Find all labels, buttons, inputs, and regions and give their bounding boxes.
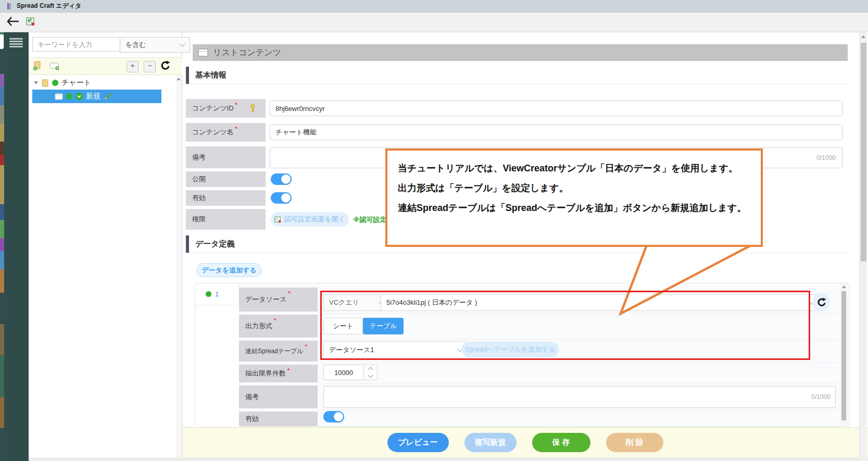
menu-icon[interactable] (9, 38, 23, 48)
section-title: データ定義 (195, 239, 235, 249)
remarks-label-cell: 備考 (186, 146, 266, 168)
required-mark: * (235, 102, 237, 108)
content-name-input[interactable] (270, 124, 842, 140)
stepper-down-icon[interactable] (368, 373, 373, 378)
preview-button[interactable]: プレビュー (387, 433, 449, 452)
datasource-type-select[interactable]: VCクエリ (323, 294, 389, 311)
output-format-label-cell: 出力形式* (239, 315, 318, 338)
limit-input[interactable] (323, 365, 364, 380)
pencil-icon (104, 92, 112, 101)
field-label: コンテンツID (192, 104, 234, 113)
scrollbar-thumb[interactable] (861, 43, 866, 261)
add-spread-table-button[interactable]: Spreadへテーブルを追加する (462, 342, 559, 357)
page-header: リストコンテンツ (193, 44, 848, 61)
callout-line: 当チュートリアルでは、ViewCreatorサンプル「日本のデータ」を使用します… (398, 158, 750, 178)
field-label: 備考 (192, 153, 206, 162)
field-label: 公開 (192, 175, 206, 184)
field-label: 出力形式 (245, 321, 272, 331)
action-bar: プレビュー 複写新規 保 存 削 除 (182, 427, 868, 457)
datasource-type-value: VCクエリ (329, 298, 359, 307)
spread-table-label-cell: 連結Spreadテーブル* (239, 341, 318, 362)
expand-all-button[interactable]: + (127, 61, 139, 72)
limit-label-cell: 抽出限界件数* (239, 365, 318, 382)
match-filter-value: を含む (125, 40, 146, 49)
refresh-icon (816, 297, 826, 307)
data-remarks-textarea[interactable] (323, 386, 836, 408)
panel-scrollbar[interactable] (840, 284, 847, 427)
required-mark: * (287, 367, 290, 373)
search-input[interactable] (32, 37, 120, 52)
datasource-refresh-button[interactable] (812, 293, 830, 311)
required-mark: * (305, 343, 307, 350)
delete-button[interactable]: 削 除 (606, 433, 663, 452)
spread-craft-editor-window: Spread Craft エディタ を含む + − チャート (0, 0, 868, 461)
scroll-up-icon[interactable] (842, 285, 846, 288)
title-bar: Spread Craft エディタ (0, 0, 868, 13)
caret-down-icon[interactable] (34, 81, 38, 84)
arrow-circle-icon (76, 93, 83, 100)
folder-icon (41, 79, 49, 87)
data-enabled-label-cell: 有効 (239, 412, 318, 426)
add-page-icon[interactable] (33, 61, 42, 71)
section-accent-bar (186, 67, 189, 84)
status-dot-icon (66, 93, 72, 99)
tutorial-callout: 当チュートリアルでは、ViewCreatorサンプル「日本のデータ」を使用します… (385, 148, 763, 247)
tree-node-new[interactable]: 新規 (32, 90, 161, 103)
datasource-query-select[interactable]: 5i7o4o3kli1pj ( 日本のデータ ) (381, 294, 820, 311)
content-id-input[interactable] (270, 101, 842, 116)
output-table-button[interactable]: テーブル (363, 318, 404, 334)
add-data-button[interactable]: データを追加する (196, 263, 262, 277)
desktop-edge-strip (0, 32, 4, 461)
card-icon (55, 93, 63, 100)
field-label: 有効 (192, 193, 206, 203)
window-icon (198, 48, 208, 57)
data-row-tab[interactable]: 1 (195, 283, 240, 305)
window-bottom-edge (29, 457, 868, 461)
output-sheet-button[interactable]: シート (323, 318, 363, 334)
field-label: 備考 (245, 392, 259, 402)
callout-line: 連結Spreadテーブルは「Spreadへテーブルを追加」ボタンから新規追加しま… (398, 198, 750, 218)
page-title: リストコンテンツ (213, 47, 281, 58)
refresh-icon[interactable] (160, 60, 170, 71)
scroll-up-icon[interactable] (861, 35, 865, 38)
enabled-toggle[interactable] (271, 192, 292, 204)
tree-node-chart[interactable]: チャート (34, 78, 91, 88)
add-card-icon[interactable] (49, 62, 60, 71)
data-remarks-counter: 0/1000 (778, 393, 831, 401)
match-filter-select[interactable]: を含む (120, 37, 190, 53)
permission-settings-button[interactable]: 認可設定画面を開く (271, 212, 349, 227)
enabled-label-cell: 有効 (186, 190, 266, 206)
data-enabled-toggle[interactable] (323, 411, 344, 422)
tree-node-label: チャート (61, 78, 91, 88)
content-name-label-cell: コンテンツ名* (186, 123, 266, 142)
permission-label-cell: 権限 (186, 209, 266, 230)
browser-toolbar (0, 13, 868, 32)
publish-toggle[interactable] (271, 173, 292, 185)
required-mark: * (274, 317, 276, 323)
main-scrollbar[interactable] (859, 32, 867, 461)
side-rail (4, 32, 29, 461)
spread-table-select[interactable]: データソース1 (323, 341, 468, 359)
key-icon (249, 104, 256, 113)
field-label: 抽出限界件数 (245, 369, 286, 378)
spread-table-value: データソース1 (329, 345, 374, 355)
tree-toolbar: + − (29, 57, 182, 75)
section-accent-bar (186, 235, 189, 253)
datasource-label-cell: データソース* (239, 288, 318, 312)
save-button[interactable]: 保 存 (532, 433, 590, 452)
publish-label-cell: 公開 (186, 171, 266, 187)
back-icon[interactable] (6, 16, 20, 27)
chevron-down-icon (179, 41, 185, 46)
app-icon (7, 3, 11, 10)
tree-scrollbar[interactable] (176, 76, 181, 457)
spreadsheet-icon[interactable] (26, 17, 35, 26)
scroll-up-icon[interactable] (177, 78, 181, 80)
scrollbar-thumb[interactable] (841, 291, 846, 420)
copy-new-button[interactable]: 複写新規 (464, 433, 517, 452)
stepper-up-icon[interactable] (368, 367, 373, 372)
limit-stepper[interactable] (364, 365, 378, 380)
collapse-all-button[interactable]: − (144, 61, 156, 72)
field-label: 連結Spreadテーブル (245, 347, 304, 356)
data-remarks-label-cell: 備考 (239, 385, 318, 408)
section-title: 基本情報 (195, 70, 227, 80)
